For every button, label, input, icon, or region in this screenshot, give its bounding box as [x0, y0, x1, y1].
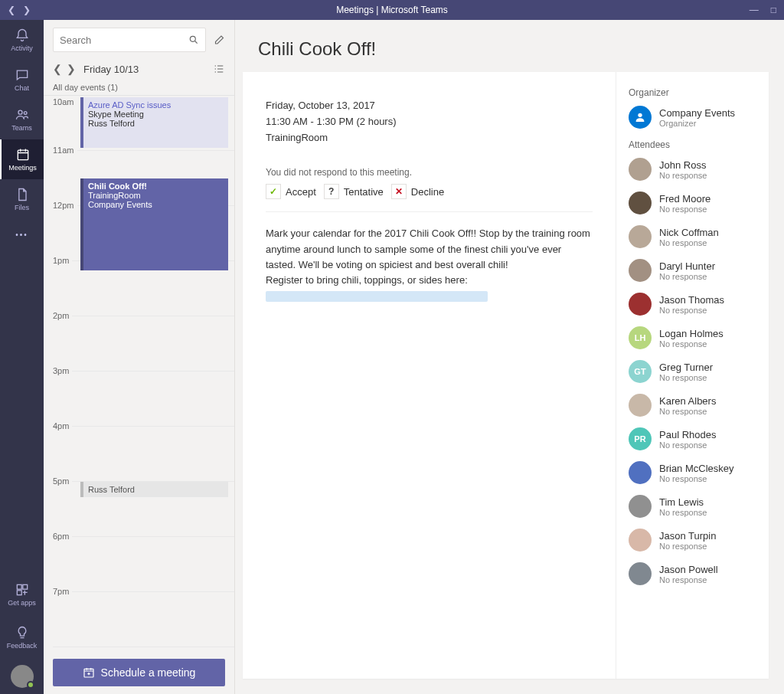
attendee-panel: Organizer Company Events Organizer Atten…: [616, 72, 769, 679]
attendee-row[interactable]: Fred MooreNo response: [629, 192, 756, 214]
avatar-icon: [629, 192, 652, 214]
attendee-status: No response: [659, 508, 707, 517]
rail-chat-label: Chat: [15, 84, 29, 92]
organizer-section-title: Organizer: [629, 87, 756, 98]
attendee-row[interactable]: Jason PowellNo response: [629, 562, 756, 585]
attendee-status: No response: [659, 171, 707, 180]
current-date: Friday 10/13: [83, 64, 139, 75]
avatar-icon: [629, 293, 652, 316]
response-status: You did not respond to this meeting.: [266, 167, 593, 178]
attendee-row[interactable]: GTGreg TurnerNo response: [629, 360, 756, 383]
app-rail: Activity Chat Teams Meetings Files ••• G…: [0, 20, 44, 694]
rail-getapps[interactable]: Get apps: [0, 575, 44, 614]
search-field[interactable]: [60, 34, 188, 46]
attendee-name: Karen Albers: [659, 395, 716, 407]
svg-rect-3: [17, 584, 21, 589]
attendee-status: No response: [659, 339, 724, 349]
event-organizer: Company Events: [88, 200, 224, 209]
attendee-row[interactable]: Nick CoffmanNo response: [629, 225, 756, 248]
rail-teams[interactable]: Teams: [0, 100, 44, 139]
hour-label: 4pm: [53, 421, 72, 430]
attendees-section-title: Attendees: [629, 139, 756, 150]
hour-label: 1pm: [53, 256, 72, 265]
attendee-row[interactable]: Jason TurpinNo response: [629, 529, 756, 552]
meeting-title: Chili Cook Off!: [258, 38, 761, 60]
decline-button[interactable]: ✕ Decline: [391, 184, 444, 199]
maximize-icon[interactable]: □: [771, 5, 776, 15]
attendee-status: No response: [659, 575, 718, 584]
check-icon: ✓: [266, 184, 281, 199]
hour-label: 2pm: [53, 311, 72, 320]
attendee-name: John Ross: [659, 159, 707, 171]
hour-label: 5pm: [53, 476, 72, 486]
attendee-row[interactable]: Jason ThomasNo response: [629, 293, 756, 316]
organizer-row[interactable]: Company Events Organizer: [629, 106, 756, 129]
rail-activity[interactable]: Activity: [0, 20, 44, 60]
attendee-name: Jason Powell: [659, 564, 718, 575]
svg-point-6: [190, 36, 195, 41]
event-private[interactable]: Russ Telford: [80, 482, 228, 497]
meeting-location: TrainingRoom: [266, 130, 593, 146]
attendee-name: Paul Rhodes: [659, 429, 716, 440]
calendar-panel: ❮ ❯ Friday 10/13 All day events (1) 10am…: [44, 20, 235, 694]
search-icon: [188, 34, 199, 45]
search-input[interactable]: [53, 28, 206, 52]
agenda-view-icon[interactable]: [213, 63, 225, 75]
attendee-status: No response: [659, 407, 716, 416]
accept-label: Accept: [286, 186, 316, 198]
compose-icon[interactable]: [214, 33, 225, 47]
rail-more-icon[interactable]: •••: [0, 219, 44, 250]
next-day-icon[interactable]: ❯: [67, 63, 76, 75]
avatar-icon: LH: [629, 326, 652, 349]
x-icon: ✕: [391, 184, 407, 199]
meeting-detail-panel: Chili Cook Off! Friday, October 13, 2017…: [235, 20, 784, 694]
attendee-row[interactable]: Karen AlbersNo response: [629, 394, 756, 417]
event-organizer: Russ Telford: [88, 485, 224, 494]
attendee-row[interactable]: Daryl HunterNo response: [629, 259, 756, 282]
attendee-row[interactable]: PRPaul RhodesNo response: [629, 427, 756, 450]
register-link[interactable]: [266, 291, 488, 302]
nav-forward-icon[interactable]: ❯: [23, 5, 31, 15]
rail-files[interactable]: Files: [0, 179, 44, 219]
rail-getapps-label: Get apps: [8, 599, 36, 607]
rail-meetings-label: Meetings: [8, 164, 37, 172]
hour-label: 10am: [53, 97, 77, 106]
meeting-time: 11:30 AM - 1:30 PM (2 hours): [266, 114, 593, 130]
attendee-name: Tim Lewis: [659, 496, 707, 508]
attendee-status: No response: [659, 440, 716, 450]
nav-back-icon[interactable]: ❮: [8, 5, 15, 15]
event-azure-sync[interactable]: Azure AD Sync issues Skype Meeting Russ …: [80, 97, 228, 148]
tentative-button[interactable]: ? Tentative: [324, 184, 384, 199]
attendee-row[interactable]: Brian McCleskeyNo response: [629, 461, 756, 484]
rail-files-label: Files: [15, 204, 29, 211]
svg-point-1: [24, 112, 27, 115]
avatar-icon: GT: [629, 360, 652, 383]
attendee-row[interactable]: Tim LewisNo response: [629, 495, 756, 518]
attendee-status: No response: [659, 373, 713, 382]
attendee-name: Daryl Hunter: [659, 260, 715, 272]
all-day-events[interactable]: All day events (1): [44, 81, 234, 96]
minimize-icon[interactable]: —: [750, 5, 759, 15]
attendee-status: No response: [659, 238, 719, 247]
prev-day-icon[interactable]: ❮: [53, 63, 62, 75]
accept-button[interactable]: ✓ Accept: [266, 184, 316, 199]
user-avatar[interactable]: [11, 665, 34, 688]
avatar-icon: [629, 461, 652, 484]
rail-chat[interactable]: Chat: [0, 60, 44, 100]
presence-available-icon: [27, 681, 34, 689]
attendee-name: Greg Turner: [659, 362, 713, 373]
svg-point-0: [18, 110, 22, 114]
rail-feedback-label: Feedback: [7, 642, 38, 650]
attendee-row[interactable]: LHLogan HolmesNo response: [629, 326, 756, 349]
attendee-row[interactable]: John RossNo response: [629, 158, 756, 181]
rail-feedback[interactable]: Feedback: [0, 617, 44, 657]
rail-meetings[interactable]: Meetings: [0, 139, 44, 179]
schedule-meeting-button[interactable]: Schedule a meeting: [53, 659, 225, 686]
event-chili-cookoff[interactable]: Chili Cook Off! TrainingRoom Company Eve…: [80, 178, 228, 270]
question-icon: ?: [324, 184, 339, 199]
avatar-icon: PR: [629, 427, 652, 450]
attendee-name: Fred Moore: [659, 193, 710, 205]
attendee-name: Jason Thomas: [659, 294, 724, 306]
attendee-name: Logan Holmes: [659, 328, 724, 339]
attendee-status: No response: [659, 542, 716, 551]
